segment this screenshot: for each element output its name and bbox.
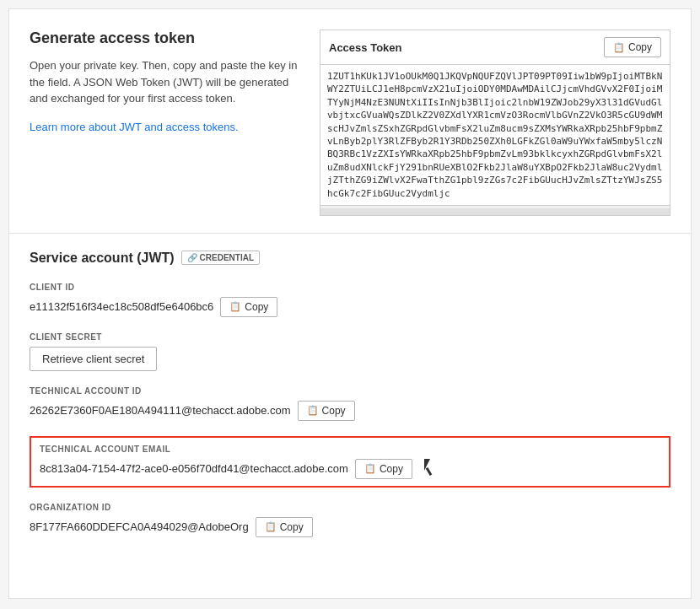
technical-account-id-value: 26262E7360F0AE180A494111@techacct.adobe.… [30, 404, 291, 417]
technical-account-id-field: TECHNICAL ACCOUNT ID 26262E7360F0AE180A4… [30, 386, 670, 421]
client-secret-row: Retrieve client secret [30, 347, 670, 371]
client-id-label: CLIENT ID [30, 283, 670, 292]
technical-account-id-row: 26262E7360F0AE180A494111@techacct.adobe.… [30, 401, 670, 421]
top-section: Generate access token Open your private … [9, 9, 691, 234]
credential-badge: 🔗 CREDENTIAL [181, 251, 260, 265]
technical-account-email-row: 8c813a04-7154-47f2-ace0-e056f70dfd41@tec… [40, 459, 660, 479]
token-header: Access Token 📋 Copy [320, 30, 670, 65]
organization-id-value: 8F177FA660DDEFCA0A494029@AdobeOrg [30, 520, 249, 533]
client-id-value: e11132f516f34ec18c508df5e6406bc6 [30, 300, 213, 313]
organization-id-label: ORGANIZATION ID [30, 503, 670, 512]
technical-account-email-label: TECHNICAL ACCOUNT EMAIL [40, 445, 660, 454]
client-id-row: e11132f516f34ec18c508df5e6406bc6 📋 Copy [30, 297, 670, 317]
service-title-row: Service account (JWT) 🔗 CREDENTIAL [30, 251, 670, 266]
copy-icon: 📋 [613, 42, 625, 53]
copy-icon: 📋 [364, 463, 376, 474]
access-token-panel: Access Token 📋 Copy 1ZUT1hKUk1JV1oOUkM0Q… [320, 30, 670, 216]
retrieve-secret-button[interactable]: Retrieve client secret [30, 347, 157, 371]
copy-client-id-button[interactable]: 📋 Copy [220, 297, 277, 317]
technical-account-email-value: 8c813a04-7154-47f2-ace0-e056f70dfd41@tec… [40, 462, 348, 475]
mouse-cursor [423, 459, 438, 479]
service-title-text: Service account (JWT) [30, 251, 175, 266]
copy-technical-account-id-button[interactable]: 📋 Copy [298, 401, 355, 421]
access-token-label: Access Token [329, 41, 401, 54]
copy-icon: 📋 [265, 521, 277, 532]
technical-account-email-field: TECHNICAL ACCOUNT EMAIL 8c813a04-7154-47… [30, 436, 670, 488]
copy-token-button[interactable]: 📋 Copy [604, 37, 661, 57]
copy-technical-account-email-button[interactable]: 📋 Copy [355, 459, 412, 479]
bottom-section: Service account (JWT) 🔗 CREDENTIAL CLIEN… [9, 234, 691, 573]
technical-account-id-label: TECHNICAL ACCOUNT ID [30, 386, 670, 396]
main-container: Generate access token Open your private … [8, 8, 692, 599]
copy-organization-id-button[interactable]: 📋 Copy [256, 517, 313, 537]
client-secret-field: CLIENT SECRET Retrieve client secret [30, 332, 670, 371]
copy-icon: 📋 [307, 405, 319, 416]
scrollbar[interactable] [320, 205, 670, 215]
learn-more-link[interactable]: Learn more about JWT and access tokens. [30, 121, 239, 133]
client-id-field: CLIENT ID e11132f516f34ec18c508df5e6406b… [30, 283, 670, 317]
organization-id-row: 8F177FA660DDEFCA0A494029@AdobeOrg 📋 Copy [30, 517, 670, 537]
link-icon: 🔗 [187, 253, 197, 262]
generate-token-title: Generate access token [30, 30, 299, 47]
left-panel: Generate access token Open your private … [30, 30, 299, 216]
organization-id-field: ORGANIZATION ID 8F177FA660DDEFCA0A494029… [30, 503, 670, 537]
client-secret-label: CLIENT SECRET [30, 332, 670, 342]
generate-token-description: Open your private key. Then, copy and pa… [30, 57, 299, 107]
scrollbar-track [320, 208, 670, 215]
copy-icon: 📋 [229, 301, 241, 312]
token-content: 1ZUT1hKUk1JV1oOUkM0Q1JKQVpNQUFZQVlJPT09P… [320, 65, 670, 205]
